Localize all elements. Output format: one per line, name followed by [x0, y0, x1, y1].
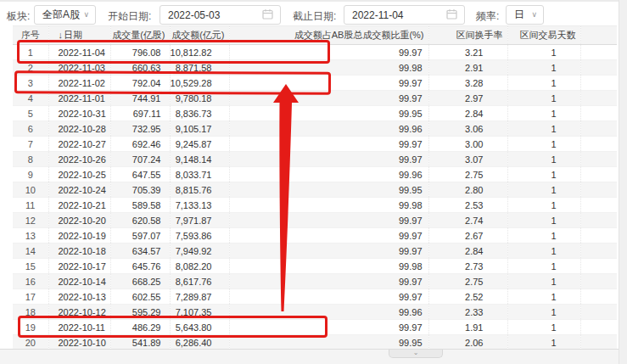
table-cell: 1 — [507, 335, 580, 350]
window-right-edge — [619, 0, 627, 364]
table-cell: 2022-10-13 — [48, 289, 110, 305]
table-row[interactable]: 172022-10-13602.557,289.8799.972.521 — [13, 289, 617, 305]
table-cell: 2022-10-18 — [48, 244, 110, 259]
table-cell: 16 — [13, 274, 48, 289]
table-cell: 1.91 — [428, 320, 507, 335]
table-cell: 14 — [13, 244, 48, 259]
calendar-icon[interactable] — [446, 8, 457, 22]
table-cell: 707.24 — [110, 152, 170, 167]
table-row[interactable]: 152022-10-17645.768,082.2099.982.731 — [13, 259, 617, 274]
table-row[interactable]: 112022-10-21589.587,133.1399.982.531 — [13, 198, 617, 213]
table-cell: 99.98 — [229, 198, 428, 213]
table-cell: 12 — [13, 213, 48, 228]
table-cell: 2022-10-19 — [48, 228, 110, 244]
table-cell: 597.07 — [110, 228, 170, 244]
table-cell: 8,082.20 — [170, 259, 229, 274]
table-cell: 2022-10-14 — [48, 274, 110, 289]
table-cell-filler — [580, 213, 617, 228]
end-date-input[interactable]: 2022-11-04 — [344, 5, 465, 25]
table-row[interactable]: 52022-10-31697.118,836.7399.952.841 — [13, 106, 617, 121]
table-cell: 2.91 — [428, 60, 507, 76]
table-cell-filler — [580, 182, 617, 198]
table-cell: 2.74 — [428, 213, 507, 228]
table-cell: 2022-10-20 — [48, 213, 110, 228]
table-cell: 5 — [13, 106, 48, 121]
frequency-select[interactable]: 日 ∨ — [506, 5, 544, 25]
calendar-icon[interactable] — [262, 8, 273, 22]
table-cell: 1 — [507, 182, 580, 198]
table-cell: 99.96 — [229, 167, 428, 182]
table-cell: 1 — [507, 244, 580, 259]
table-cell: 8 — [13, 152, 48, 167]
end-date-value: 2022-11-04 — [344, 9, 404, 21]
sector-label: 板块: — [7, 9, 30, 24]
table-cell: 11 — [13, 198, 48, 213]
table-cell: 9,148.14 — [170, 152, 229, 167]
table-cell: 2.06 — [428, 335, 507, 350]
start-date-input[interactable]: 2022-05-03 — [160, 5, 281, 25]
table-cell: 1 — [507, 91, 580, 106]
table-cell: 7,949.92 — [170, 244, 229, 259]
table-cell: 2.75 — [428, 274, 507, 289]
table-cell: 697.11 — [110, 106, 170, 121]
table-cell: 1 — [507, 121, 580, 137]
table-cell: 2.33 — [428, 305, 507, 320]
table-cell: 8,033.71 — [170, 167, 229, 182]
table-cell-filler — [580, 152, 617, 167]
table-cell: 2.97 — [428, 91, 507, 106]
table-cell: 1 — [507, 274, 580, 289]
table-row[interactable]: 122022-10-20620.587,971.8799.972.741 — [13, 213, 617, 228]
app-window: 板块: 全部A股 ∨ 开始日期: 2022-05-03 截止日期: 2022-1… — [0, 0, 627, 364]
table-cell: 7,593.86 — [170, 228, 229, 244]
table-cell: 1 — [507, 167, 580, 182]
table-cell: 99.97 — [229, 152, 428, 167]
table-cell: 2022-10-31 — [48, 106, 110, 121]
column-header-filler — [580, 26, 617, 45]
table-cell: 2.53 — [428, 198, 507, 213]
table-cell: 3.00 — [428, 137, 507, 152]
table-cell-filler — [580, 259, 617, 274]
chevron-down-icon: ∨ — [83, 10, 89, 19]
table-cell: 2.67 — [428, 228, 507, 244]
table-cell: 668.25 — [110, 274, 170, 289]
column-header-trading-days[interactable]: 区间交易天数 — [507, 26, 580, 45]
column-header-turnover-rate[interactable]: 区间换手率 — [428, 26, 507, 45]
table-row[interactable]: 162022-10-14668.258,617.7699.972.751 — [13, 274, 617, 289]
table-cell: 732.95 — [110, 121, 170, 137]
table-cell: 692.46 — [110, 137, 170, 152]
table-cell: 1 — [507, 137, 580, 152]
table-cell: 645.76 — [110, 259, 170, 274]
table-cell-filler — [580, 106, 617, 121]
table-cell: 99.97 — [229, 213, 428, 228]
table-row[interactable]: 72022-10-27692.469,245.8799.973.001 — [13, 137, 617, 152]
table-cell-filler — [580, 274, 617, 289]
table-cell: 1 — [507, 289, 580, 305]
table-cell: 7,133.13 — [170, 198, 229, 213]
table-cell-filler — [580, 335, 617, 350]
table-cell: 2022-10-26 — [48, 152, 110, 167]
table-cell: 2.52 — [428, 289, 507, 305]
table-cell-filler — [580, 76, 617, 91]
frequency-label: 频率: — [476, 9, 499, 24]
table-cell-filler — [580, 60, 617, 76]
table-cell: 1 — [507, 106, 580, 121]
table-row[interactable]: 102022-10-24705.398,815.7699.952.801 — [13, 182, 617, 198]
table-row[interactable]: 132022-10-19597.077,593.8699.972.671 — [13, 228, 617, 244]
table-cell-filler — [580, 289, 617, 305]
table-cell: 1 — [507, 259, 580, 274]
table-cell: 99.95 — [229, 182, 428, 198]
collapse-handle[interactable]: ⌄ — [389, 350, 443, 358]
table-cell: 1 — [507, 228, 580, 244]
highlight-box-row-3 — [14, 70, 331, 95]
table-cell-filler — [580, 305, 617, 320]
table-row[interactable]: 82022-10-26707.249,148.1499.973.071 — [13, 152, 617, 167]
table-row[interactable]: 142022-10-18634.577,949.9299.972.841 — [13, 244, 617, 259]
table-cell: 647.55 — [110, 167, 170, 182]
table-row[interactable]: 62022-10-28732.959,105.1799.963.061 — [13, 121, 617, 137]
table-row[interactable]: 92022-10-25647.558,033.7199.962.751 — [13, 167, 617, 182]
sector-select[interactable]: 全部A股 ∨ — [34, 5, 96, 25]
filter-toolbar: 板块: 全部A股 ∨ 开始日期: 2022-05-03 截止日期: 2022-1… — [0, 2, 619, 25]
table-cell: 1 — [507, 60, 580, 76]
table-cell: 1 — [507, 213, 580, 228]
table-cell: 1 — [507, 76, 580, 91]
